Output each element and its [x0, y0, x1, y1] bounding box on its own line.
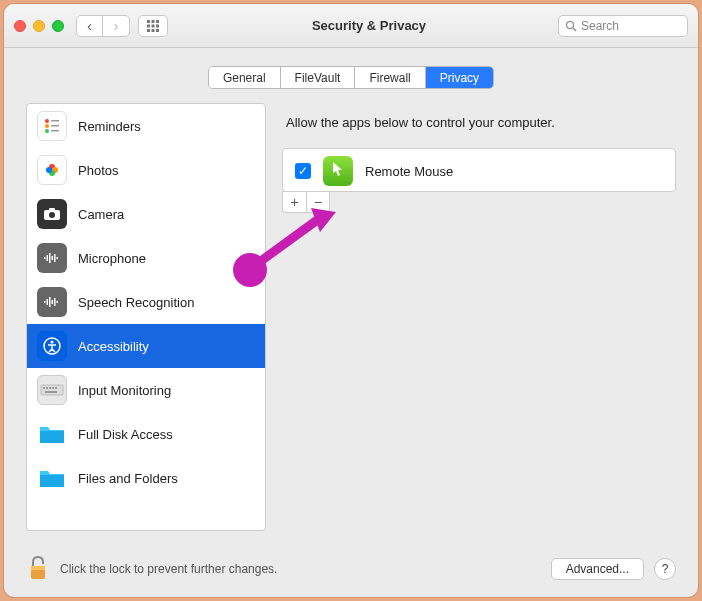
titlebar: ‹ › Security & Privacy Search [4, 4, 698, 48]
folder-icon [37, 419, 67, 449]
svg-rect-34 [54, 298, 56, 306]
sidebar-item-label: Camera [78, 207, 124, 222]
app-checkbox[interactable]: ✓ [295, 163, 311, 179]
svg-rect-14 [51, 120, 59, 122]
body-area: Reminders Photos Camera Microphone Speec… [4, 103, 698, 541]
svg-rect-29 [57, 257, 59, 259]
sidebar-item-photos[interactable]: Photos [27, 148, 265, 192]
microphone-icon [37, 243, 67, 273]
help-button[interactable]: ? [654, 558, 676, 580]
svg-rect-2 [156, 20, 159, 23]
remote-mouse-icon [323, 156, 353, 186]
window-controls [14, 20, 64, 32]
speech-icon [37, 287, 67, 317]
tab-firewall[interactable]: Firewall [355, 67, 425, 88]
footer: Click the lock to prevent further change… [4, 541, 698, 597]
minimize-icon[interactable] [33, 20, 45, 32]
sidebar-item-label: Microphone [78, 251, 146, 266]
forward-button[interactable]: › [103, 16, 129, 36]
svg-rect-32 [49, 297, 51, 307]
sidebar-item-filesfolders[interactable]: Files and Folders [27, 456, 265, 500]
privacy-sidebar: Reminders Photos Camera Microphone Speec… [26, 103, 266, 531]
search-icon [565, 20, 577, 32]
svg-rect-42 [52, 387, 54, 389]
sidebar-item-reminders[interactable]: Reminders [27, 104, 265, 148]
svg-rect-33 [52, 300, 54, 304]
show-all-button[interactable] [138, 15, 168, 37]
tab-bar: General FileVault Firewall Privacy [4, 48, 698, 103]
svg-rect-1 [152, 20, 155, 23]
camera-icon [37, 199, 67, 229]
svg-rect-27 [52, 256, 54, 260]
svg-rect-45 [40, 431, 64, 443]
svg-rect-15 [51, 125, 59, 127]
svg-point-9 [567, 21, 574, 28]
back-button[interactable]: ‹ [77, 16, 103, 36]
prefs-window: ‹ › Security & Privacy Search General Fi… [4, 4, 698, 597]
svg-rect-41 [49, 387, 51, 389]
sidebar-item-camera[interactable]: Camera [27, 192, 265, 236]
right-panel: Allow the apps below to control your com… [282, 103, 676, 541]
svg-line-10 [573, 28, 576, 31]
sidebar-item-inputmonitoring[interactable]: Input Monitoring [27, 368, 265, 412]
svg-rect-24 [44, 257, 46, 259]
svg-rect-43 [55, 387, 57, 389]
sidebar-item-label: Reminders [78, 119, 141, 134]
sidebar-item-label: Input Monitoring [78, 383, 171, 398]
svg-rect-5 [156, 24, 159, 27]
tab-general[interactable]: General [209, 67, 281, 88]
lock-icon[interactable] [26, 554, 50, 584]
svg-point-12 [45, 124, 49, 128]
svg-rect-48 [31, 566, 45, 570]
svg-rect-30 [44, 301, 46, 303]
svg-rect-6 [147, 29, 150, 32]
sidebar-item-label: Accessibility [78, 339, 149, 354]
window-title: Security & Privacy [180, 18, 558, 33]
sidebar-item-label: Files and Folders [78, 471, 178, 486]
svg-rect-4 [152, 24, 155, 27]
allow-description: Allow the apps below to control your com… [282, 103, 676, 148]
svg-rect-8 [156, 29, 159, 32]
tab-privacy[interactable]: Privacy [426, 67, 493, 88]
svg-rect-28 [54, 254, 56, 262]
reminders-icon [37, 111, 67, 141]
svg-rect-7 [152, 29, 155, 32]
close-icon[interactable] [14, 20, 26, 32]
add-app-button[interactable]: + [282, 191, 306, 213]
sidebar-item-speech[interactable]: Speech Recognition [27, 280, 265, 324]
remove-app-button[interactable]: − [306, 191, 330, 213]
svg-rect-26 [49, 253, 51, 263]
photos-icon [37, 155, 67, 185]
svg-rect-39 [43, 387, 45, 389]
search-input[interactable]: Search [558, 15, 688, 37]
sidebar-item-label: Photos [78, 163, 118, 178]
tab-filevault[interactable]: FileVault [281, 67, 356, 88]
folder-icon [37, 463, 67, 493]
svg-point-22 [49, 212, 55, 218]
app-row-remote-mouse[interactable]: ✓ Remote Mouse [283, 149, 675, 193]
svg-rect-35 [57, 301, 59, 303]
svg-point-37 [51, 341, 54, 344]
accessibility-icon [37, 331, 67, 361]
advanced-button[interactable]: Advanced... [551, 558, 644, 580]
svg-rect-38 [41, 385, 63, 395]
sidebar-item-fulldisk[interactable]: Full Disk Access [27, 412, 265, 456]
app-name-label: Remote Mouse [365, 164, 453, 179]
zoom-icon[interactable] [52, 20, 64, 32]
sidebar-item-accessibility[interactable]: Accessibility [27, 324, 265, 368]
sidebar-item-microphone[interactable]: Microphone [27, 236, 265, 280]
sidebar-item-label: Full Disk Access [78, 427, 173, 442]
svg-point-13 [45, 129, 49, 133]
svg-rect-40 [46, 387, 48, 389]
keyboard-icon [37, 375, 67, 405]
svg-rect-44 [45, 391, 57, 393]
svg-rect-0 [147, 20, 150, 23]
add-remove-buttons: + − [282, 191, 676, 213]
nav-back-forward: ‹ › [76, 15, 130, 37]
svg-rect-3 [147, 24, 150, 27]
sidebar-item-label: Speech Recognition [78, 295, 194, 310]
svg-point-20 [46, 167, 52, 173]
search-placeholder: Search [581, 19, 619, 33]
svg-rect-31 [47, 299, 49, 305]
svg-rect-46 [40, 475, 64, 487]
